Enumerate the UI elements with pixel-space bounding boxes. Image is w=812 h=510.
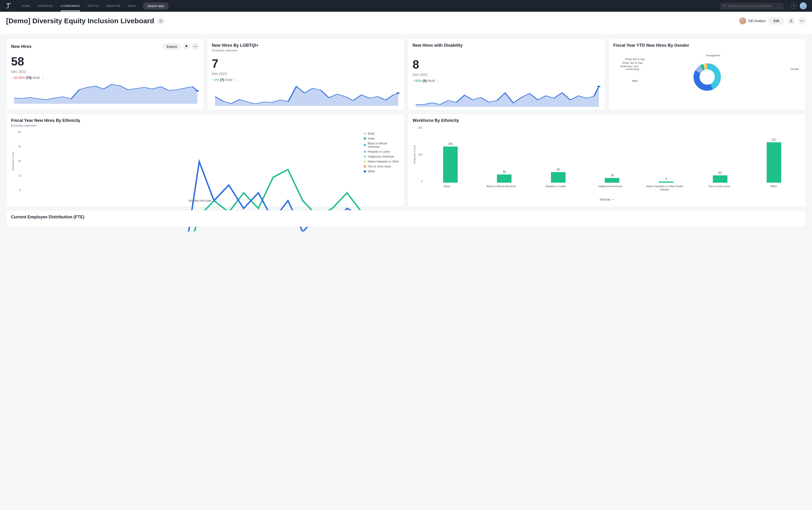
nav-item-liveboards[interactable]: LIVEBOARDS bbox=[61, 0, 80, 11]
more-icon bbox=[800, 21, 804, 21]
donut-label: Prefer Not to Say bbox=[617, 58, 645, 61]
sparkline-disability bbox=[413, 85, 600, 107]
chevron-down-icon[interactable]: ▾ bbox=[612, 198, 614, 201]
legend-item[interactable]: White bbox=[364, 170, 399, 173]
svg-point-0 bbox=[723, 5, 725, 6]
legend-item[interactable]: Two or more races bbox=[364, 165, 399, 168]
bar-column[interactable]: 85 bbox=[534, 168, 582, 183]
kpi-date: Dec 2022 bbox=[413, 72, 600, 77]
svg-point-5 bbox=[194, 46, 194, 47]
card-more-button[interactable] bbox=[192, 43, 199, 50]
card-ethnicity-line: Fiscal Year New Hires By Ethnicity Exclu… bbox=[6, 114, 404, 207]
card-title: New Hires bbox=[11, 44, 31, 49]
chevron-right-icon: › bbox=[437, 79, 438, 83]
card-subtitle: Excludes unknown bbox=[212, 49, 400, 52]
share-button[interactable] bbox=[787, 17, 795, 25]
bar-column[interactable]: 39 bbox=[588, 174, 636, 183]
donut-label: Transgender bbox=[706, 54, 720, 57]
legend-item[interactable]: Asian bbox=[364, 137, 399, 140]
svg-point-3 bbox=[803, 21, 804, 21]
card-gender-donut: Fiscal Year YTD New Hires By Gender Tran… bbox=[609, 38, 806, 110]
donut-label: Nonbinary / non-comforming bbox=[613, 65, 639, 70]
card-title: Current Employee Distribution (FTE) bbox=[11, 215, 801, 219]
search-data-button[interactable]: Search data bbox=[143, 2, 169, 10]
legend-item[interactable]: Native Hawaiian or Other bbox=[364, 160, 399, 163]
card-title: New Hires By LGBTQI+ bbox=[212, 43, 400, 48]
legend-item[interactable]: Black or African American bbox=[364, 142, 399, 148]
card-workforce-bar: Workforce By Ethnicity Employee Count 40… bbox=[408, 114, 806, 207]
card-new-hires: New Hires Explore 58 Dec 2022 ↓ 20.55% (… bbox=[6, 38, 204, 110]
nav-item-answers[interactable]: ANSWERS bbox=[38, 0, 53, 11]
bar-label: Black or African American bbox=[477, 185, 525, 191]
divider bbox=[787, 3, 787, 9]
change-period: MoM bbox=[225, 78, 232, 82]
bar-column[interactable]: 327 bbox=[750, 138, 798, 183]
change-period: MoM bbox=[428, 79, 435, 83]
bell-icon bbox=[185, 45, 188, 48]
bar-chart: 293668539960327 bbox=[424, 126, 801, 183]
card-distribution: Current Employee Distribution (FTE) bbox=[6, 210, 806, 227]
bar-label: Native Hawaiian or Other Pacific Islande… bbox=[641, 185, 689, 191]
svg-point-6 bbox=[195, 46, 196, 47]
change-period: MoM bbox=[32, 76, 40, 80]
bar-label: Indigenous American bbox=[586, 185, 634, 191]
share-icon bbox=[789, 19, 793, 23]
brand-logo[interactable] bbox=[5, 2, 12, 9]
author-name: DEI Analyst bbox=[749, 19, 765, 23]
bar-label: White bbox=[750, 185, 798, 191]
page-header: [Demo] Diversity Equity Inclusion Livebo… bbox=[0, 12, 812, 34]
change-pct: 0% bbox=[214, 78, 219, 82]
change-abs: (5) bbox=[423, 79, 427, 83]
kpi-change[interactable]: ↓ 20.55% (73) MoM › bbox=[11, 76, 199, 80]
explore-button[interactable]: Explore bbox=[163, 43, 181, 50]
kpi-date: Dec 2022 bbox=[11, 69, 199, 73]
svg-point-2 bbox=[802, 21, 802, 21]
kpi-date: Dec 2022 bbox=[212, 71, 400, 76]
sparkline-lgbtqi bbox=[212, 84, 400, 106]
global-search-input[interactable] bbox=[728, 4, 781, 8]
bar-label: Hispanic or Latinx bbox=[532, 185, 580, 191]
change-abs: (73) bbox=[26, 76, 31, 80]
card-title: New Hires with Disability bbox=[413, 43, 600, 48]
kpi-change[interactable]: ↑ 60% (5) MoM › bbox=[413, 79, 600, 83]
bar-label: Two or more races bbox=[695, 185, 743, 191]
favorite-button[interactable] bbox=[157, 18, 165, 24]
edit-button[interactable]: Edit bbox=[768, 17, 784, 25]
user-avatar[interactable] bbox=[800, 2, 807, 9]
alert-button[interactable] bbox=[183, 43, 190, 50]
star-icon bbox=[159, 19, 163, 23]
page-title: [Demo] Diversity Equity Inclusion Livebo… bbox=[6, 17, 154, 25]
card-title: Workforce By Ethnicity bbox=[413, 118, 801, 123]
donut-label: Prefer Not To Say bbox=[613, 62, 643, 64]
donut-label: Female bbox=[790, 68, 799, 70]
kpi-change[interactable]: ↑ 0% (7) MoM › bbox=[212, 78, 400, 82]
bar-column[interactable]: 9 bbox=[643, 177, 690, 183]
global-search[interactable] bbox=[720, 3, 784, 9]
kpi-value: 58 bbox=[11, 55, 199, 68]
legend-item[interactable]: {Null} bbox=[364, 132, 399, 135]
bar-column[interactable]: 293 bbox=[427, 142, 474, 183]
change-pct: 20.55% bbox=[13, 76, 25, 80]
nav-item-home[interactable]: HOME bbox=[22, 0, 31, 11]
nav-item-monitor[interactable]: MONITOR bbox=[107, 0, 120, 11]
nav-item-spotiq[interactable]: SPOTIQ bbox=[87, 0, 99, 11]
help-button[interactable]: ? bbox=[790, 3, 796, 9]
dashboard-grid: New Hires Explore 58 Dec 2022 ↓ 20.55% (… bbox=[0, 34, 812, 232]
more-icon bbox=[194, 46, 197, 47]
change-abs: (7) bbox=[220, 78, 224, 82]
svg-point-7 bbox=[196, 46, 197, 47]
chevron-right-icon: › bbox=[235, 78, 236, 82]
card-disability: New Hires with Disability 8 Dec 2022 ↑ 6… bbox=[408, 38, 605, 110]
donut-chart: Transgender Prefer Not to Say Prefer Not… bbox=[613, 54, 801, 100]
more-button[interactable] bbox=[798, 17, 806, 25]
author-chip[interactable]: DEI Analyst bbox=[739, 18, 765, 24]
chevron-right-icon: › bbox=[42, 76, 44, 80]
nav-items: HOMEANSWERSLIVEBOARDSSPOTIQMONITORDATA bbox=[22, 0, 136, 11]
legend-item[interactable]: Hispanic or Latinx bbox=[364, 150, 399, 153]
y-axis-label: Employee Count bbox=[11, 130, 15, 191]
bar-column[interactable]: 60 bbox=[696, 171, 744, 183]
legend-item[interactable]: Indigenous American bbox=[364, 155, 399, 158]
nav-item-data[interactable]: DATA bbox=[128, 0, 136, 11]
card-lgbtqi: New Hires By LGBTQI+ Excludes unknown 7 … bbox=[207, 38, 405, 110]
bar-column[interactable]: 66 bbox=[481, 170, 528, 183]
